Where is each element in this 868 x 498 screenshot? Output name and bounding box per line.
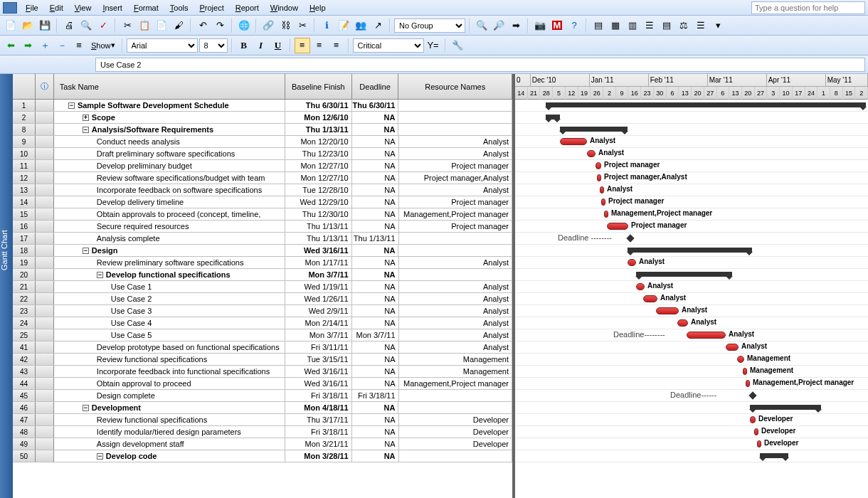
resource-cell[interactable]: Analyst (399, 136, 512, 147)
resource-cell[interactable]: Analyst (399, 317, 512, 329)
resource-cell[interactable]: Analyst (399, 148, 512, 159)
task-bar[interactable] (737, 356, 744, 363)
collapse-icon[interactable]: + (83, 115, 89, 121)
table-row[interactable]: 41 Develop prototype based on functional… (13, 341, 512, 354)
open-icon[interactable]: 📂 (20, 18, 36, 33)
row-number[interactable]: 49 (13, 438, 36, 450)
table-row[interactable]: 10 Draft preliminary software specificat… (13, 148, 512, 160)
task-name-cell[interactable]: −Develop code (54, 450, 285, 462)
table-row[interactable]: 23 Use Case 3 Wed 2/9/11 NA Analyst (13, 305, 512, 317)
row-number[interactable]: 18 (13, 245, 36, 256)
baseline-cell[interactable]: Mon 3/7/11 (285, 329, 352, 341)
task-name-cell[interactable]: Incorporate feedback on software specifi… (54, 184, 285, 196)
assign-resources-icon[interactable]: 👥 (353, 18, 369, 33)
summary-bar[interactable] (636, 272, 732, 277)
table-row[interactable]: 43 Incorporate feedback into functional … (13, 366, 512, 378)
baseline-cell[interactable]: Thu 12/30/10 (285, 208, 352, 220)
deadline-cell[interactable]: NA (352, 402, 399, 413)
print-icon[interactable]: 🖨 (61, 18, 77, 33)
baseline-cell[interactable]: Mon 12/27/10 (285, 172, 352, 184)
resource-cell[interactable]: Analyst (399, 305, 512, 317)
gantt-row[interactable]: Analyst (515, 257, 868, 269)
row-info[interactable] (36, 112, 54, 123)
show-subtasks-icon[interactable]: ＋ (37, 38, 53, 53)
row-number[interactable]: 47 (13, 414, 36, 425)
table-row[interactable]: 25 Use Case 5 Mon 3/7/11 Mon 3/7/11 Anal… (13, 329, 512, 341)
row-number[interactable]: 12 (13, 172, 36, 184)
gantt-row[interactable]: Analyst (515, 148, 868, 160)
table-row[interactable]: 21 Use Case 1 Wed 1/19/11 NA Analyst (13, 281, 512, 293)
hide-subtasks-icon[interactable]: － (54, 38, 70, 53)
task-bar[interactable] (596, 162, 601, 169)
menu-file[interactable]: File (20, 2, 44, 14)
table-row[interactable]: 12 Review software specifications/budget… (13, 172, 512, 184)
resource-cell[interactable]: Management,Project manager (399, 208, 512, 220)
row-info[interactable] (36, 366, 54, 377)
wizard-icon[interactable]: 🔧 (450, 38, 465, 53)
gantt-row[interactable]: Analyst (515, 341, 868, 354)
task-name-cell[interactable]: Use Case 1 (54, 281, 285, 292)
gantt-row[interactable]: Analyst (515, 184, 868, 196)
summary-bar[interactable] (560, 127, 628, 132)
deadline-cell[interactable]: Thu 1/13/11 (352, 233, 399, 244)
row-info[interactable] (36, 341, 54, 353)
row-number[interactable]: 13 (13, 184, 36, 196)
table-row[interactable]: 48 Identify modular/tiered design parame… (13, 426, 512, 438)
row-number[interactable]: 2 (13, 112, 36, 123)
deadline-cell[interactable]: NA (352, 269, 399, 280)
deadline-cell[interactable]: NA (352, 317, 399, 329)
deadline-cell[interactable]: NA (352, 136, 399, 147)
outdent-icon[interactable]: ⬅ (3, 38, 18, 53)
resource-cell[interactable] (398, 402, 512, 413)
baseline-cell[interactable]: Thu 3/17/11 (285, 414, 352, 425)
row-number[interactable]: 20 (13, 269, 36, 280)
network-view-icon[interactable]: ▥ (625, 18, 640, 33)
gantt-row[interactable]: Project manager (515, 221, 868, 233)
gantt-row[interactable]: Management,Project manager (515, 378, 868, 390)
autofilter-icon[interactable]: Y= (425, 38, 441, 53)
row-number[interactable]: 43 (13, 366, 36, 377)
row-number[interactable]: 15 (13, 208, 36, 220)
row-number[interactable]: 44 (13, 378, 36, 389)
resource-cell[interactable]: Project manager (399, 196, 512, 208)
task-bar[interactable] (746, 380, 750, 387)
task-name-cell[interactable]: Use Case 5 (54, 329, 285, 341)
baseline-cell[interactable]: Wed 3/16/11 (285, 378, 352, 389)
summary-bar[interactable] (750, 405, 821, 410)
font-size-select[interactable]: 8 (199, 38, 228, 53)
collapse-icon[interactable]: − (83, 405, 89, 411)
collapse-icon[interactable]: − (68, 102, 75, 109)
resource-sheet-icon[interactable]: ☰ (693, 18, 709, 33)
row-number[interactable]: 50 (13, 450, 36, 462)
row-number[interactable]: 23 (13, 305, 36, 317)
row-info[interactable] (36, 378, 54, 389)
table-row[interactable]: 13 Incorporate feedback on software spec… (13, 184, 512, 196)
task-bar[interactable] (607, 223, 628, 230)
resource-cell[interactable] (399, 269, 512, 280)
resource-cell[interactable]: Project manager (399, 160, 512, 171)
collapse-icon[interactable]: − (83, 248, 89, 254)
row-info[interactable] (36, 136, 54, 147)
header-deadline[interactable]: Deadline (352, 74, 399, 99)
view-tab-gantt[interactable]: Gantt Chart (0, 74, 13, 498)
baseline-cell[interactable]: Mon 3/7/11 (285, 269, 352, 280)
task-name-cell[interactable]: Review functional specifications (54, 354, 285, 365)
task-bar[interactable] (628, 259, 636, 266)
baseline-cell[interactable]: Thu 1/13/11 (285, 233, 352, 244)
more-views-icon[interactable]: ▾ (710, 18, 726, 33)
collapse-icon[interactable]: − (97, 453, 103, 460)
deadline-cell[interactable]: Thu 6/30/11 (352, 100, 399, 111)
gantt-row[interactable]: AnalystDeadline-------- (515, 329, 868, 341)
resource-cell[interactable] (398, 124, 512, 135)
gantt-row[interactable]: Developer (515, 426, 868, 438)
baseline-cell[interactable]: Wed 3/16/11 (285, 366, 352, 377)
gantt-row[interactable]: Analyst (515, 136, 868, 148)
print-preview-icon[interactable]: 🔍 (78, 18, 94, 33)
gantt-row[interactable]: Management (515, 354, 868, 366)
deadline-cell[interactable]: NA (352, 208, 399, 220)
copy-icon[interactable]: 📋 (137, 18, 152, 33)
table-row[interactable]: 8 −Analysis/Software Requirements Thu 1/… (13, 124, 512, 136)
resource-cell[interactable]: Analyst (399, 257, 512, 268)
paste-icon[interactable]: 📄 (154, 18, 169, 33)
gantt-row[interactable]: Management,Project manager (515, 208, 868, 221)
